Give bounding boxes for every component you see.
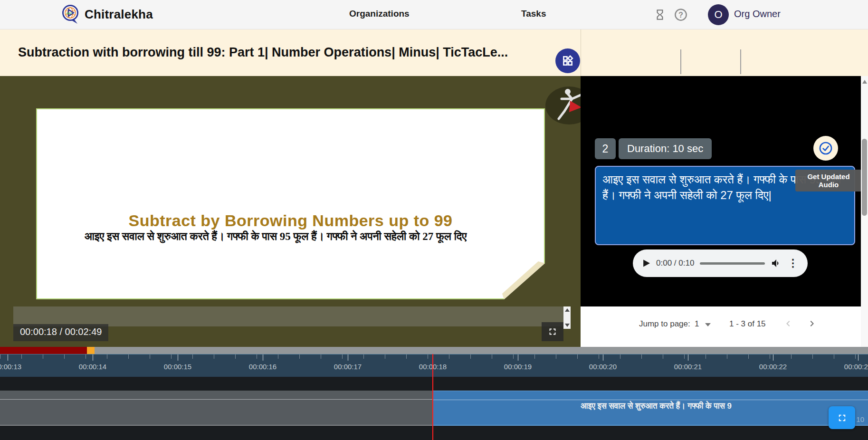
page-fold [501,260,545,299]
chevron-right-icon [806,318,818,329]
audio-player[interactable]: 0:00 / 0:10 ⋮ [633,249,808,277]
scroll-down-icon[interactable] [565,324,570,327]
video-slide: Subtract by Borrowing Numbers up to 99 [36,108,545,299]
subtitle-band [13,306,570,326]
timeline-segment-previous[interactable] [0,391,433,426]
chevron-left-icon [782,318,794,329]
audio-menu-icon[interactable]: ⋮ [788,257,798,269]
video-subtitle: आइए इस सवाल से शुरुआत करते हैं। गफ्फी के… [0,230,551,243]
progress-played [0,347,87,354]
audio-time: 0:00 / 0:10 [656,258,694,268]
fullscreen-icon [837,412,848,423]
next-page-button[interactable] [806,318,818,331]
help-icon[interactable]: ? [673,7,689,23]
icon-separator [740,49,741,74]
svg-text:ABC: ABC [66,12,73,15]
hourglass-icon[interactable] [652,7,668,23]
user-role-label: Org Owner [734,9,781,19]
avatar[interactable]: O [708,4,729,25]
app-root: ABC Chitralekha Organizations Tasks ? O … [0,0,868,440]
brand[interactable]: ABC Chitralekha [61,4,153,25]
segment-subtitle-text: आइए इस सवाल से शुरुआत करते हैं। गफ्फी के… [581,402,868,411]
slide-title: Subtract by Borrowing Numbers up to 99 [37,211,544,230]
channel-logo-icon [545,86,581,125]
subtitle-panel: 2 Duration: 10 sec आइए इस सवाल से शुरुआत… [581,76,868,347]
page-range-label: 1 - 3 of 15 [729,319,766,329]
brand-name: Chitralekha [85,7,153,22]
timeline-fullscreen-button[interactable] [829,406,855,429]
segment-index-badge: 2 [595,138,616,159]
titlebar-divider [581,29,581,76]
check-circle-icon [818,141,833,156]
playhead[interactable] [432,354,433,440]
page-title: Subtraction with borrowing till 99: Part… [18,45,536,60]
video-fullscreen-button[interactable] [542,322,563,341]
timeline-ruler[interactable]: 00:00:1300:00:1400:00:1500:00:1600:00:17… [0,354,868,377]
svg-text:?: ? [678,10,683,19]
nav-link-organizations[interactable]: Organizations [349,9,410,19]
widgets-button[interactable] [555,48,580,73]
audio-seekbar[interactable] [700,262,765,265]
play-icon[interactable] [642,259,650,268]
previous-page-button[interactable] [782,318,794,331]
pagination-row: Jump to page: 1 1 - 3 of 15 [581,306,861,347]
timeline-track-upper[interactable] [0,377,868,391]
fullscreen-icon [547,326,558,337]
timeline-track-lower[interactable] [0,426,868,440]
icon-separator [680,49,681,74]
video-player[interactable]: Subtract by Borrowing Numbers up to 99 आ… [0,76,581,347]
subtitle-scroll-arrows[interactable] [563,306,571,329]
segment-duration-badge: Duration: 10 sec [619,138,712,159]
timeline-segment-current[interactable]: आइए इस सवाल से शुरुआत करते हैं। गफ्फी के… [433,391,868,426]
chevron-down-icon[interactable] [705,323,711,326]
segment-duration-label: 10 [856,415,864,423]
scrollbar-thumb[interactable] [862,139,867,216]
panel-scrollbar[interactable] [861,76,868,347]
jump-to-page-label: Jump to page: [639,319,690,329]
nav-link-tasks[interactable]: Tasks [521,9,546,19]
waveform-baseline [0,399,433,400]
scroll-up-icon[interactable] [565,308,570,312]
page-select[interactable]: 1 [695,319,699,329]
title-bar: Subtraction with borrowing till 99: Part… [0,29,868,76]
video-timestamp: 00:00:18 / 00:02:49 [13,324,108,341]
scrollbar-up-icon[interactable] [862,80,867,84]
timeline-progress-strip[interactable] [0,347,868,354]
volume-icon[interactable] [771,258,782,269]
timeline-segment-row: आइए इस सवाल से शुरुआत करते हैं। गफ्फी के… [0,391,868,426]
timeline: 00:00:1300:00:1400:00:1500:00:1600:00:17… [0,347,868,440]
ruler-minor-ticks [0,354,868,359]
waveform-baseline [433,400,868,400]
progress-handle[interactable] [87,347,95,354]
tooltip: Get Updated Audio [795,170,862,191]
get-updated-audio-button[interactable] [813,136,838,161]
widgets-icon [562,55,574,67]
navbar: ABC Chitralekha Organizations Tasks ? O … [0,0,868,29]
chitralekha-logo-icon: ABC [61,4,81,25]
